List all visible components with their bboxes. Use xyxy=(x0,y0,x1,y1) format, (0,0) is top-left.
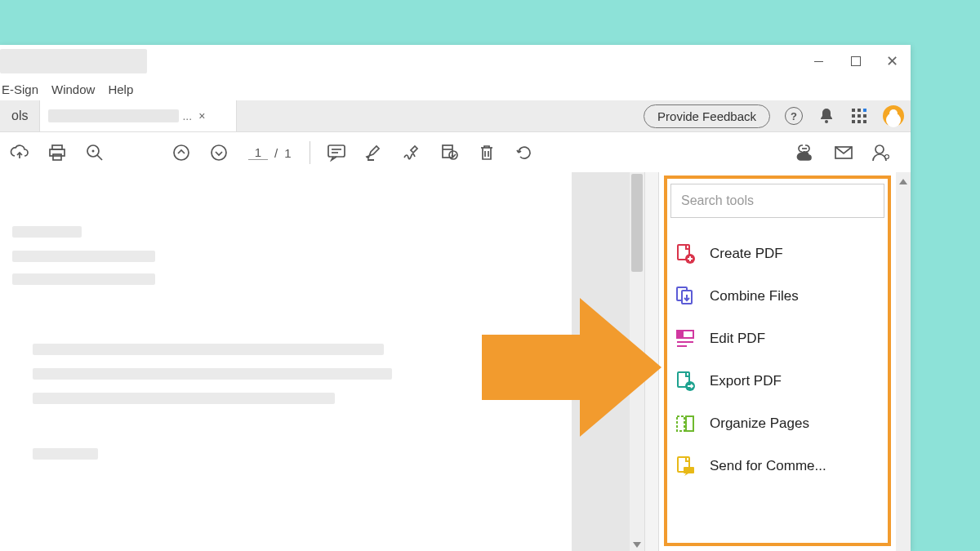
page-down-icon[interactable] xyxy=(204,138,234,167)
svg-rect-18 xyxy=(328,145,345,157)
menu-window[interactable]: Window xyxy=(51,82,95,96)
svg-rect-6 xyxy=(863,114,866,118)
share-person-icon[interactable] xyxy=(866,138,896,167)
send-comments-icon xyxy=(674,455,697,478)
menu-bar: E-Sign Window Help xyxy=(0,78,911,100)
svg-rect-7 xyxy=(852,120,855,123)
page-total: 1 xyxy=(284,146,291,160)
page-indicator[interactable]: 1 / 1 xyxy=(248,145,292,160)
svg-rect-4 xyxy=(852,114,855,118)
svg-rect-3 xyxy=(863,109,866,112)
tool-combine-files[interactable]: Combine Files xyxy=(659,275,896,318)
tool-label: Create PDF xyxy=(710,246,783,262)
tools-side-panel: Search tools Create PDF Combine Files Ed… xyxy=(659,172,896,551)
toolbar-separator xyxy=(310,141,310,164)
svg-rect-8 xyxy=(858,120,861,123)
annotation-arrow xyxy=(474,290,670,445)
svg-point-0 xyxy=(825,120,828,123)
bell-icon[interactable] xyxy=(817,107,835,125)
tool-label: Export PDF xyxy=(710,373,782,389)
tab-document[interactable]: ... × xyxy=(40,100,237,131)
svg-rect-5 xyxy=(858,114,861,118)
sign-icon[interactable] xyxy=(397,138,426,167)
save-cloud-icon[interactable] xyxy=(5,138,34,167)
tool-label: Organize Pages xyxy=(710,415,809,432)
tool-organize-pages[interactable]: Organize Pages xyxy=(659,402,896,445)
export-pdf-icon xyxy=(674,370,697,393)
maximize-button[interactable] xyxy=(837,45,874,78)
zoom-icon[interactable] xyxy=(80,138,109,167)
tool-create-pdf[interactable]: Create PDF xyxy=(659,233,896,275)
create-pdf-icon xyxy=(674,242,697,265)
tool-export-pdf[interactable]: Export PDF xyxy=(659,360,896,402)
svg-rect-9 xyxy=(863,120,866,123)
tool-label: Edit PDF xyxy=(710,331,765,347)
search-tools-input[interactable]: Search tools xyxy=(670,184,884,218)
svg-point-17 xyxy=(212,145,226,160)
svg-point-16 xyxy=(174,145,189,160)
provide-feedback-button[interactable]: Provide Feedback xyxy=(644,104,770,128)
close-window-button[interactable]: ✕ xyxy=(874,45,911,78)
title-bar: ✕ xyxy=(0,45,911,78)
title-placeholder xyxy=(0,49,147,73)
close-tab-button[interactable]: × xyxy=(198,109,205,122)
mail-icon[interactable] xyxy=(829,138,858,167)
help-icon[interactable]: ? xyxy=(785,107,803,125)
svg-rect-37 xyxy=(686,416,693,431)
svg-rect-31 xyxy=(677,331,684,338)
doc-name-ellipsis: ... xyxy=(182,109,192,122)
highlight-icon[interactable] xyxy=(359,138,389,167)
edit-pdf-icon xyxy=(674,327,697,350)
page-slash: / xyxy=(274,146,278,160)
link-cloud-icon[interactable] xyxy=(791,138,821,167)
page-up-icon[interactable] xyxy=(167,138,196,167)
print-icon[interactable] xyxy=(42,138,72,167)
tool-label: Combine Files xyxy=(710,288,799,304)
organize-pages-icon xyxy=(674,412,697,435)
profile-avatar[interactable] xyxy=(883,105,904,127)
svg-rect-2 xyxy=(858,109,861,112)
svg-point-24 xyxy=(875,145,884,153)
minimize-button[interactable] xyxy=(800,45,837,78)
svg-rect-12 xyxy=(53,154,61,160)
svg-rect-36 xyxy=(677,416,684,431)
toolbar: 1 / 1 xyxy=(0,132,911,174)
tool-send-for-comments[interactable]: Send for Comme... xyxy=(659,445,896,487)
svg-rect-39 xyxy=(684,467,694,473)
svg-line-14 xyxy=(97,155,102,160)
tool-edit-pdf[interactable]: Edit PDF xyxy=(659,318,896,360)
stamp-icon[interactable] xyxy=(434,138,464,167)
menu-esign[interactable]: E-Sign xyxy=(2,82,38,96)
app-window: ✕ E-Sign Window Help ols ... × Provide F… xyxy=(0,45,911,551)
panel-scrollbar[interactable] xyxy=(896,172,911,551)
page-current[interactable]: 1 xyxy=(248,145,268,160)
svg-rect-1 xyxy=(852,109,855,112)
comment-icon[interactable] xyxy=(322,138,351,167)
svg-point-22 xyxy=(449,151,457,159)
rotate-icon[interactable] xyxy=(510,138,539,167)
tool-label: Send for Comme... xyxy=(710,458,826,474)
combine-files-icon xyxy=(674,285,697,308)
svg-point-15 xyxy=(92,150,95,153)
apps-grid-icon[interactable] xyxy=(850,107,868,125)
menu-help[interactable]: Help xyxy=(108,82,133,96)
doc-name-placeholder xyxy=(48,109,179,122)
tab-strip: ols ... × Provide Feedback ? xyxy=(0,100,911,132)
delete-icon[interactable] xyxy=(472,138,501,167)
tab-tools[interactable]: ols xyxy=(0,100,40,131)
